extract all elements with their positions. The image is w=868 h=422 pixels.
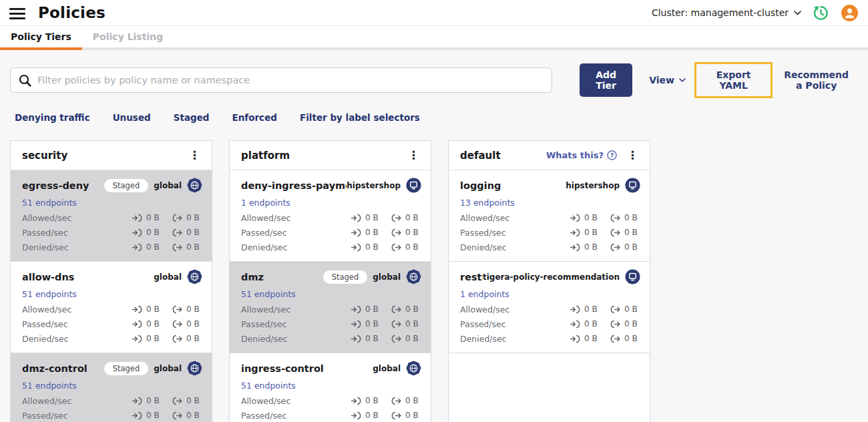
egress-icon [610,320,621,329]
metric-row: Denied/sec 0 B 0 B [22,331,202,346]
endpoints-link[interactable]: 13 endpoints [460,198,515,208]
search-input[interactable] [37,75,544,85]
tier-name: security [22,150,67,162]
cluster-selector[interactable]: Cluster: management-cluster [652,7,801,18]
policy-name: deny-ingress-paymentservi... [241,180,347,191]
metric-ingress-value: 0 B [365,304,379,314]
ingress-icon [570,335,581,343]
metric-ingress-value: 0 B [365,242,379,252]
metric-egress-value: 0 B [405,411,419,420]
policy-card-allow-dns[interactable]: allow-dns global 51 endpoints Allowed/se… [11,262,212,353]
egress-icon [172,320,183,329]
chevron-down-icon [794,11,801,15]
endpoints-link[interactable]: 1 endpoints [241,198,290,208]
tier-header: default Whats this? ? ⋮ [449,141,650,170]
ingress-icon [570,320,581,329]
question-circle-icon: ? [607,150,617,160]
endpoints-link[interactable]: 51 endpoints [22,198,77,208]
endpoints-link[interactable]: 1 endpoints [460,289,509,299]
tab-policy-tiers[interactable]: Policy Tiers [0,26,82,50]
tier-menu-icon[interactable]: ⋮ [625,148,640,162]
add-tier-button[interactable]: Add Tier [580,63,632,97]
policy-name: allow-dns [22,272,74,282]
metric-ingress-value: 0 B [584,319,598,329]
policy-card-egress-deny[interactable]: egress-deny Staged global 51 endpoints A… [11,170,212,262]
metric-egress-value: 0 B [186,411,200,420]
metric-egress-value: 0 B [405,396,419,405]
tab-label: Policy Listing [93,31,163,42]
svg-text:?: ? [610,152,614,159]
tab-bar: Policy Tiers Policy Listing [0,25,868,50]
metric-ingress-value: 0 B [365,319,379,329]
export-yaml-button[interactable]: Export YAML [711,69,756,91]
global-scope-icon [187,361,202,376]
metric-label: Allowed/sec [460,213,509,223]
ingress-icon [132,214,143,222]
tab-policy-listing[interactable]: Policy Listing [82,26,174,47]
endpoints-link[interactable]: 51 endpoints [22,289,77,299]
filter-filter-by-label-selectors[interactable]: Filter by label selectors [300,112,420,123]
endpoints-link[interactable]: 51 endpoints [241,381,296,391]
cluster-label: Cluster: management-cluster [652,7,789,18]
history-icon[interactable] [812,4,830,22]
egress-icon [610,335,621,343]
egress-icon [610,243,621,252]
global-scope-icon [187,269,202,284]
whats-this-link[interactable]: Whats this? ? [546,150,617,160]
policy-name: dmz-control [22,363,87,374]
tier-actions: ⋮ [406,148,421,162]
metric-ingress-value: 0 B [365,411,379,420]
filter-enforced[interactable]: Enforced [232,112,276,123]
metric-label: Denied/sec [460,334,507,344]
metric-ingress-value: 0 B [146,334,160,343]
metric-egress-value: 0 B [186,228,200,237]
metric-egress-value: 0 B [405,334,419,343]
tier-header: security ⋮ [11,141,212,170]
policy-card-deny-ingress-paymentservi[interactable]: deny-ingress-paymentservi... hipstershop… [230,170,431,262]
global-scope-icon [187,178,202,193]
global-scope-icon [406,269,421,284]
metric-label: Passed/sec [460,228,506,238]
metric-label: Denied/sec [241,242,288,252]
policy-card-ingress-control[interactable]: ingress-control global 51 endpoints Allo… [230,353,431,422]
policy-card-dmz-control[interactable]: dmz-control Staged global 51 endpoints A… [11,353,212,422]
policy-name: dmz [241,272,264,282]
metric-row: Passed/sec 0 B 0 B [241,408,421,422]
tiers-board: security ⋮ egress-deny Staged global 51 … [10,140,853,422]
ingress-icon [570,228,581,237]
policy-card-logging[interactable]: logging hipstershop 13 endpoints Allowed… [449,170,650,262]
metric-ingress-value: 0 B [584,228,598,237]
filter-staged[interactable]: Staged [174,112,210,123]
filter-denying-traffic[interactable]: Denying traffic [15,112,90,123]
user-avatar[interactable] [841,4,859,22]
tab-label: Policy Tiers [11,31,71,42]
endpoints-link[interactable]: 51 endpoints [241,289,296,299]
egress-icon [172,243,183,252]
tier-menu-icon[interactable]: ⋮ [406,148,421,162]
policy-card-dmz[interactable]: dmz Staged global 51 endpoints Allowed/s… [230,262,431,353]
metric-ingress-value: 0 B [584,213,598,222]
endpoints-link[interactable]: 51 endpoints [22,381,77,391]
filter-unused[interactable]: Unused [113,112,151,123]
metric-row: Denied/sec 0 B 0 B [460,331,640,346]
tier-name: platform [241,150,290,162]
policy-card-restricted[interactable]: restricted tigera-policy-recommendation … [449,262,650,353]
metric-row: Allowed/sec 0 B 0 B [22,393,202,408]
egress-icon [391,243,402,252]
policy-scope: global [373,272,401,282]
tier-menu-icon[interactable]: ⋮ [187,148,202,162]
metric-ingress-value: 0 B [146,213,160,222]
tier-header: platform ⋮ [230,141,431,170]
metric-egress-value: 0 B [405,319,419,329]
ingress-icon [132,320,143,329]
recommend-policy-button[interactable]: Recommend a Policy [779,69,853,91]
metric-row: Passed/sec 0 B 0 B [22,316,202,331]
metric-label: Allowed/sec [460,304,509,314]
metric-ingress-value: 0 B [584,334,598,343]
menu-icon[interactable] [9,8,25,19]
egress-icon [391,411,402,420]
ingress-icon [570,243,581,252]
view-dropdown[interactable]: View [649,75,686,85]
metric-egress-value: 0 B [186,396,200,405]
metric-row: Allowed/sec 0 B 0 B [460,210,640,225]
